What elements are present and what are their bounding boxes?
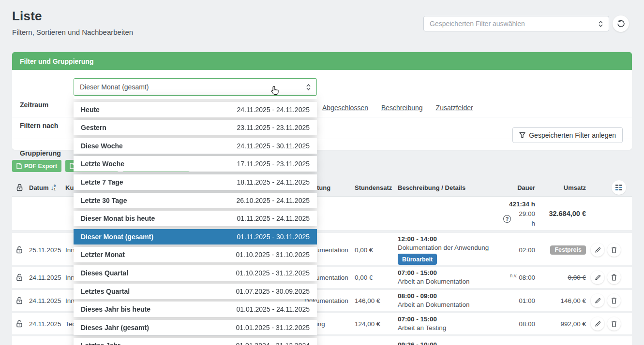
- dropdown-option-letzte-woche[interactable]: Letzte Woche 17.11.2025 - 23.11.2025: [74, 156, 317, 172]
- delete-button[interactable]: [607, 294, 621, 307]
- edit-button[interactable]: [591, 271, 604, 284]
- dropdown-option-dieses-jahr-bis-heute[interactable]: Dieses Jahr bis heute 01.01.2025 - 24.11…: [74, 302, 317, 317]
- header-datum-label: Datum: [29, 184, 48, 191]
- total-duration: 421:34 h: [509, 201, 535, 208]
- option-range: 18.11.2025 - 24.11.2025: [237, 178, 310, 186]
- delete-button[interactable]: [607, 317, 621, 331]
- option-range: 01.01.2025 - 31.12.2025: [236, 324, 310, 331]
- edit-button[interactable]: [591, 317, 604, 331]
- dropdown-option-heute[interactable]: Heute 24.11.2025 - 24.11.2025: [74, 102, 317, 117]
- cell-beschreibung: 07:00 - 15:00 Arbeit an Dokumentation: [398, 267, 503, 288]
- dropdown-option-letzte-7-tage[interactable]: Letzte 7 Tage 18.11.2025 - 24.11.2025: [74, 174, 317, 190]
- option-range: 01.11.2025 - 30.11.2025: [237, 233, 310, 241]
- columns-icon: [615, 185, 622, 186]
- option-range: 01.07.2025 - 30.09.2025: [236, 288, 310, 295]
- festpreis-badge: Festpreis: [550, 245, 586, 255]
- option-label: Letzte 7 Tage: [81, 178, 123, 186]
- dropdown-option-dieses-quartal[interactable]: Dieses Quartal 01.10.2025 - 31.12.2025: [74, 265, 317, 281]
- dropdown-option-letztes-quartal[interactable]: Letztes Quartal 01.07.2025 - 30.09.2025: [74, 284, 317, 299]
- entry-description: Arbeit an Testing: [398, 324, 446, 331]
- filtern-nach-label: Filtern nach: [20, 122, 58, 129]
- entry-description: Arbeit an Dokumentation: [398, 278, 470, 285]
- pencil-icon: [595, 298, 601, 304]
- delete-button[interactable]: [607, 271, 621, 284]
- cell-stundensatz: 0,00 €: [349, 274, 398, 281]
- option-range: 01.01.2025 - 24.11.2025: [236, 305, 310, 313]
- option-range: 01.11.2025 - 24.11.2025: [237, 215, 310, 222]
- cell-umsatz: 146,00 €: [540, 297, 591, 304]
- lock-icon: [12, 184, 27, 191]
- dropdown-option-letztes-jahr[interactable]: Letztes Jahr 01.01.2024 - 31.12.2024: [74, 338, 317, 345]
- column-settings-button[interactable]: [612, 180, 626, 195]
- option-label: Dieses Jahr (gesamt): [81, 324, 149, 331]
- edit-button[interactable]: [591, 294, 604, 307]
- filter-panel-title: Filter und Gruppierung: [12, 52, 632, 70]
- category-badge: Büroarbeit: [398, 254, 437, 265]
- pdf-export-button[interactable]: PDF Export: [12, 160, 61, 172]
- cell-datum: 24.11.2025: [27, 274, 65, 281]
- dropdown-option-letzter-monat[interactable]: Letzter Monat 01.10.2025 - 31.10.2025: [74, 247, 317, 262]
- header-dauer[interactable]: Dauer: [503, 184, 540, 191]
- option-range: 23.11.2025 - 23.11.2025: [237, 124, 310, 131]
- dropdown-option-dieser-monat-bis-heute[interactable]: Dieser Monat bis heute 01.11.2025 - 24.1…: [74, 211, 317, 226]
- file-icon: [16, 163, 22, 169]
- entry-description: Arbeit an Dokumentation: [398, 301, 470, 308]
- header-beschreibung[interactable]: Beschreibung / Details: [398, 184, 503, 191]
- header-stundensatz[interactable]: Stundensatz: [349, 184, 398, 191]
- delete-button[interactable]: [607, 243, 621, 257]
- entry-description: Dokumentation der Anwendung: [398, 244, 489, 251]
- pencil-icon: [595, 274, 601, 281]
- cell-beschreibung: 12:00 - 14:00 Dokumentation der Anwendun…: [398, 233, 503, 267]
- reset-icon: [617, 20, 625, 28]
- option-range: 17.11.2025 - 23.11.2025: [237, 160, 310, 168]
- edit-button[interactable]: [591, 243, 604, 257]
- dropdown-option-gestern[interactable]: Gestern 23.11.2025 - 23.11.2025: [74, 120, 317, 135]
- header-umsatz[interactable]: Umsatz: [540, 184, 591, 191]
- pencil-icon: [595, 247, 601, 253]
- nv-marker: n.v.: [510, 273, 517, 278]
- option-label: Letztes Quartal: [81, 288, 130, 295]
- sort-numeric-desc-icon: ↓ 91: [50, 184, 55, 191]
- option-label: Letzter Monat: [81, 251, 125, 259]
- page-subtitle: Filtern, Sortieren und Nachbearbeiten: [12, 28, 133, 36]
- row-actions: [591, 317, 632, 331]
- unlock-icon[interactable]: [12, 246, 27, 254]
- trash-icon: [611, 297, 617, 304]
- entry-time: 07:00 - 15:00: [398, 316, 437, 323]
- option-range: 01.01.2024 - 31.12.2024: [236, 342, 310, 345]
- option-range: 24.11.2025 - 24.11.2025: [237, 106, 310, 114]
- unlock-icon[interactable]: [12, 273, 27, 281]
- option-label: Letztes Jahr: [81, 342, 120, 345]
- entry-time: 08:00 - 09:00: [398, 292, 437, 300]
- filter-link-abgeschlossen[interactable]: Abgeschlossen: [322, 104, 368, 112]
- cell-umsatz: 0,00 €: [540, 274, 591, 281]
- filter-link-beschreibung[interactable]: Beschreibung: [381, 104, 423, 112]
- filter-link-zusatzfelder[interactable]: Zusatzfelder: [436, 104, 473, 112]
- unlock-icon[interactable]: [12, 297, 27, 304]
- cell-dauer: 08:00: [503, 320, 540, 328]
- unlock-icon[interactable]: [12, 320, 27, 328]
- total-revenue: 32.684,00 €: [540, 210, 591, 217]
- cell-datum: 24.11.2025: [27, 297, 65, 304]
- dropdown-option-diese-woche[interactable]: Diese Woche 24.11.2025 - 30.11.2025: [74, 138, 317, 154]
- save-filter-button[interactable]: Gespeicherten Filter anlegen: [512, 127, 623, 143]
- header-datum[interactable]: Datum ↓ 91: [27, 184, 65, 191]
- duration-value: 08:00: [519, 274, 535, 281]
- dropdown-option-letzte-30-tage[interactable]: Letzte 30 Tage 26.10.2025 - 24.11.2025: [74, 193, 317, 208]
- option-label: Dieser Monat bis heute: [81, 215, 155, 222]
- entry-time: 12:00 - 14:00: [398, 235, 437, 243]
- dropdown-option-dieser-monat-gesamt[interactable]: Dieser Monat (gesamt) 01.11.2025 - 30.11…: [74, 229, 317, 244]
- cell-dauer: 02:00: [503, 246, 540, 254]
- reset-filter-button[interactable]: [613, 15, 629, 32]
- dropdown-option-dieses-jahr-gesamt[interactable]: Dieses Jahr (gesamt) 01.01.2025 - 31.12.…: [74, 320, 317, 335]
- zeitraum-select[interactable]: Dieser Monat (gesamt): [74, 78, 317, 96]
- zeitraum-value: Dieser Monat (gesamt): [80, 83, 306, 91]
- saved-filter-select[interactable]: Gespeicherten Filter auswählen: [423, 16, 609, 31]
- cell-umsatz: Festpreis: [540, 245, 591, 255]
- zeitraum-label: Zeitraum: [20, 101, 48, 109]
- option-range: 26.10.2025 - 24.11.2025: [236, 197, 310, 204]
- option-label: Letzte 30 Tage: [81, 197, 127, 204]
- funnel-icon: [519, 132, 525, 138]
- save-filter-button-label: Gespeicherten Filter anlegen: [529, 131, 616, 139]
- question-circle-icon[interactable]: ?: [503, 215, 511, 223]
